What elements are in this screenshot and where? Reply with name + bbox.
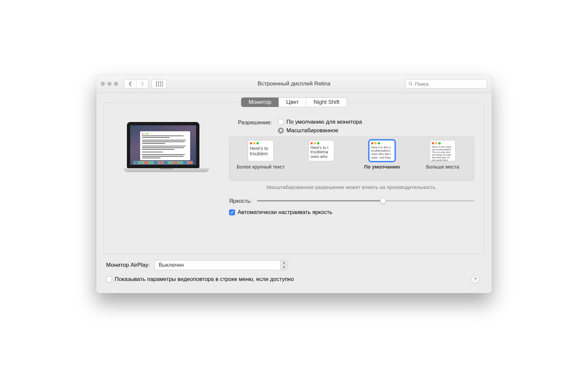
slider-knob-icon[interactable]	[380, 198, 386, 204]
chevron-right-icon	[141, 81, 144, 86]
scale-thumbnail: Here's to t troublema ones who	[309, 140, 334, 161]
help-button[interactable]: ?	[471, 275, 479, 283]
monitor-panel: Разрешение: По умолчанию для монитора Ма…	[103, 103, 485, 254]
scale-thumbnail: Here's to the cr troublemakers, ones who…	[369, 140, 395, 161]
select-stepper-icon: ▲▼	[280, 261, 288, 270]
show-all-button[interactable]	[152, 79, 167, 88]
tab-color[interactable]: Цвет	[279, 98, 306, 107]
svg-point-0	[409, 82, 412, 85]
scale-note: Масштабированное разрешение может влиять…	[229, 181, 474, 191]
airplay-value: Выключен	[155, 262, 184, 268]
search-icon	[408, 81, 413, 86]
minimize-icon[interactable]	[107, 82, 111, 86]
zoom-icon[interactable]	[114, 82, 118, 86]
scale-option-label: Более крупный текст	[237, 164, 285, 177]
checkbox-icon	[106, 276, 112, 282]
tab-bar: Монитор Цвет Night Shift	[103, 97, 485, 107]
scale-option-0[interactable]: Here's to troublemБолее крупный текст	[234, 140, 287, 177]
forward-button[interactable]	[136, 79, 148, 88]
auto-brightness-option[interactable]: Автоматически настраивать яркость	[229, 209, 474, 216]
airplay-label: Монитор AirPlay:	[106, 262, 150, 268]
titlebar: Встроенный дисплей Retina	[96, 75, 492, 93]
search-input[interactable]	[415, 81, 484, 87]
search-field[interactable]	[405, 79, 487, 88]
radio-icon	[278, 128, 284, 134]
airplay-row: Монитор AirPlay: Выключен ▲▼	[106, 260, 482, 270]
resolution-row: Разрешение: По умолчанию для монитора Ма…	[229, 119, 474, 134]
scale-thumbnail: Here's to troublem	[248, 140, 274, 161]
scale-option-3[interactable]: Here's to the crazy one troublemakers. T…	[416, 140, 469, 177]
scale-thumbnail: Here's to the crazy one troublemakers. T…	[430, 140, 456, 161]
resolution-scaled-label: Масштабированное	[286, 127, 338, 134]
macbook-icon	[124, 122, 203, 244]
chevron-left-icon	[129, 81, 132, 86]
mirror-label: Показывать параметры видеоповтора в стро…	[115, 276, 294, 283]
airplay-select[interactable]: Выключен ▲▼	[155, 260, 288, 270]
resolution-default-label: По умолчанию для монитора	[286, 119, 362, 125]
window-controls	[101, 82, 118, 86]
svg-line-1	[411, 84, 412, 85]
brightness-slider[interactable]	[257, 200, 474, 201]
resolution-scaled-option[interactable]: Масштабированное	[278, 127, 362, 134]
resolution-label: Разрешение:	[229, 119, 272, 126]
close-icon[interactable]	[101, 82, 105, 86]
content-area: Монитор Цвет Night Shift	[96, 93, 492, 293]
checkbox-icon	[229, 209, 235, 215]
preview-area	[114, 119, 213, 244]
scale-option-label: Больше места	[426, 164, 459, 177]
help-icon: ?	[474, 276, 477, 282]
resolution-default-option[interactable]: По умолчанию для монитора	[278, 119, 362, 125]
grid-icon	[156, 81, 163, 86]
settings-area: Разрешение: По умолчанию для монитора Ма…	[229, 119, 474, 244]
back-button[interactable]	[124, 79, 136, 88]
scale-option-2[interactable]: Here's to the cr troublemakers, ones who…	[355, 140, 409, 177]
tab-nightshift[interactable]: Night Shift	[306, 98, 346, 107]
tab-monitor[interactable]: Монитор	[241, 98, 279, 107]
footer: Монитор AirPlay: Выключен ▲▼ Показывать …	[103, 254, 485, 285]
display-prefs-window: Встроенный дисплей Retina Монитор Цвет N…	[96, 75, 492, 293]
auto-brightness-label: Автоматически настраивать яркость	[238, 209, 332, 216]
scale-option-1[interactable]: Here's to t troublema ones who	[295, 140, 348, 177]
scale-option-label: По умолчанию	[364, 164, 400, 177]
mirror-option[interactable]: Показывать параметры видеоповтора в стро…	[106, 276, 294, 283]
nav-buttons	[124, 79, 148, 88]
brightness-row: Яркость:	[229, 197, 474, 204]
scale-options: Here's to troublemБолее крупный текстHer…	[229, 137, 474, 181]
radio-icon	[278, 119, 284, 125]
brightness-label: Яркость:	[229, 197, 252, 204]
